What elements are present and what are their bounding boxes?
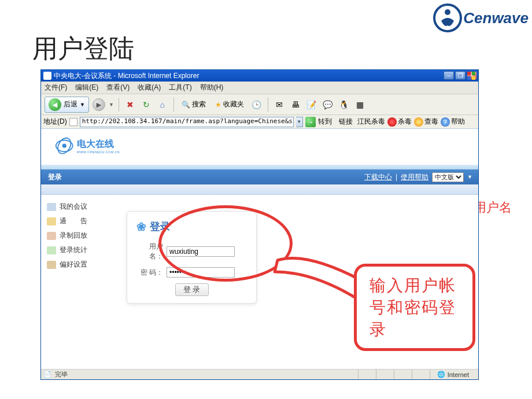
username-input[interactable] — [167, 246, 235, 257]
prefs-icon — [47, 261, 56, 269]
favorites-label: 收藏夹 — [223, 99, 244, 109]
help-link[interactable]: ? 帮助 — [441, 117, 465, 127]
ie-app-icon — [43, 72, 51, 80]
menu-help[interactable]: 帮助(H) — [200, 83, 224, 93]
shadu-link[interactable]: 杀毒 — [387, 117, 412, 127]
login-panel: ❀ 登录 用户名： 密 码： 登 录 — [127, 211, 257, 304]
sidebar-item-stats[interactable]: 登录统计 — [46, 243, 109, 257]
sidebar-item-notice[interactable]: 通 告 — [46, 214, 109, 228]
mail-button[interactable]: ✉ — [273, 98, 286, 111]
address-dropdown[interactable]: ▼ — [296, 117, 303, 127]
svg-point-8 — [62, 144, 66, 148]
ie-menubar: 文件(F) 编辑(E) 查看(V) 收藏(A) 工具(T) 帮助(H) — [41, 82, 478, 94]
language-select[interactable]: 中文版 — [432, 172, 464, 182]
nav-help[interactable]: 使用帮助 — [401, 172, 428, 182]
password-label: 密 码： — [136, 268, 163, 278]
extra-button[interactable]: ▦ — [354, 98, 367, 111]
menu-view[interactable]: 查看(V) — [106, 83, 130, 93]
ie-statusbar: 📄 完毕 🌐 Internet — [41, 369, 478, 379]
notice-icon — [47, 217, 56, 226]
maximize-button[interactable]: ❐ — [455, 71, 466, 80]
msn-button[interactable]: 💬 — [322, 98, 334, 111]
ie-addressbar: 地址(D) http://202.108.34.167/main/frame.a… — [41, 115, 478, 129]
page-icon — [69, 118, 77, 126]
svg-rect-3 — [472, 72, 475, 75]
qq-button[interactable]: 🐧 — [338, 98, 350, 111]
globe-icon: 🌐 — [437, 371, 445, 378]
nav-title: 登录 — [48, 172, 62, 182]
links-label: 链接 — [339, 117, 353, 127]
windows-logo-icon — [467, 71, 476, 80]
ie-window-title: 中央电大-会议系统 - Microsoft Internet Explorer — [54, 71, 199, 81]
sidebar-item-playback[interactable]: 录制回放 — [46, 228, 109, 243]
svg-rect-4 — [467, 76, 471, 80]
ie-toolbar: ◄ 后退 ▼ ► ▼ ✖ ↻ ⌂ 🔍搜索 ★收藏夹 🕒 ✉ 🖶 📝 💬 🐧 ▦ — [41, 94, 478, 115]
search-button[interactable]: 🔍搜索 — [179, 98, 209, 111]
edit-button[interactable]: 📝 — [305, 98, 318, 111]
menu-tools[interactable]: 工具(T) — [169, 83, 191, 93]
go-button[interactable]: → — [305, 117, 316, 127]
minimize-button[interactable]: – — [444, 71, 454, 80]
favorites-button[interactable]: ★收藏夹 — [212, 98, 247, 111]
paw-icon: ❀ — [136, 220, 146, 234]
menu-favorites[interactable]: 收藏(A) — [138, 83, 161, 93]
callout-box: 输入用户帐号和密码登录 — [354, 264, 475, 351]
callout-text: 输入用户帐号和密码登录 — [370, 275, 460, 340]
scan-icon — [414, 117, 423, 127]
status-zone: 🌐 Internet — [430, 370, 476, 379]
login-title: ❀ 登录 — [136, 220, 247, 234]
sidebar: 我的会议 通 告 录制回放 登录统计 偏好设置 — [41, 195, 109, 376]
svg-point-1 — [445, 9, 450, 15]
playback-icon — [47, 232, 56, 240]
back-label: 后退 — [64, 99, 77, 109]
back-button[interactable]: ◄ 后退 ▼ — [45, 97, 89, 113]
go-label: 转到 — [318, 117, 332, 127]
status-done: 完毕 — [55, 370, 68, 379]
login-button[interactable]: 登 录 — [175, 283, 209, 296]
stats-icon — [47, 246, 56, 254]
stop-button[interactable]: ✖ — [124, 98, 136, 111]
nav-download[interactable]: 下载中心 — [364, 172, 392, 182]
chadu-link[interactable]: 查毒 — [414, 117, 438, 127]
svg-rect-2 — [467, 72, 471, 75]
password-input[interactable] — [167, 267, 235, 278]
svg-rect-5 — [472, 76, 475, 80]
jiangmin-link[interactable]: 江民杀毒 — [357, 117, 385, 127]
menu-file[interactable]: 文件(F) — [45, 83, 67, 93]
cenwave-icon — [433, 3, 462, 32]
menu-edit[interactable]: 编辑(E) — [75, 83, 98, 93]
refresh-button[interactable]: ↻ — [140, 98, 153, 111]
back-arrow-icon: ◄ — [49, 98, 61, 111]
home-button[interactable]: ⌂ — [156, 98, 169, 111]
slide-title: 用户登陆 — [32, 32, 134, 66]
address-label: 地址(D) — [43, 117, 67, 127]
address-input[interactable]: http://202.108.34.167/main/frame.asp?lan… — [80, 117, 294, 127]
site-logo: 电大在线 WWW.OPENEDU.COM.CN — [49, 136, 165, 157]
help-icon: ? — [441, 117, 450, 127]
cenwave-text: Cenwave — [463, 9, 529, 27]
cenwave-logo: Cenwave — [433, 3, 529, 32]
site-header: 电大在线 WWW.OPENEDU.COM.CN — [41, 129, 478, 165]
svg-text:电大在线: 电大在线 — [77, 138, 114, 149]
ie-titlebar: 中央电大-会议系统 - Microsoft Internet Explorer … — [41, 70, 478, 82]
meetings-icon — [47, 203, 56, 211]
site-navbar: 登录 下载中心 | 使用帮助 中文版 ▼ — [41, 169, 478, 184]
svg-text:WWW.OPENEDU.COM.CN: WWW.OPENEDU.COM.CN — [77, 150, 120, 154]
forward-button[interactable]: ► — [93, 98, 105, 111]
sidebar-item-meetings[interactable]: 我的会议 — [46, 200, 109, 214]
print-button[interactable]: 🖶 — [289, 98, 302, 111]
search-label: 搜索 — [192, 99, 206, 109]
history-button[interactable]: 🕒 — [250, 98, 263, 111]
sidebar-item-prefs[interactable]: 偏好设置 — [46, 257, 109, 272]
username-label: 用户名： — [136, 242, 163, 261]
status-page-icon: 📄 — [43, 371, 51, 379]
virus-icon — [387, 117, 397, 127]
